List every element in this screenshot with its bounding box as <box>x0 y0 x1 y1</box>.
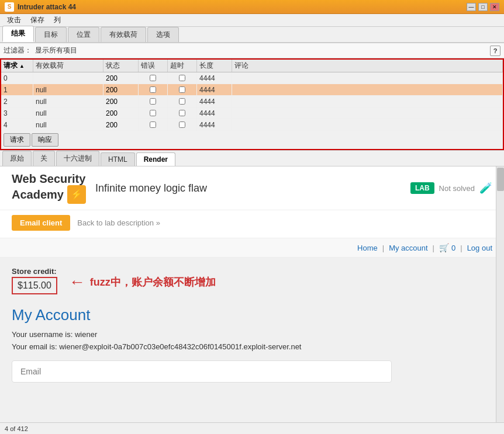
filter-bar: 过滤器： 显示所有项目 ? <box>0 43 504 58</box>
maximize-button[interactable]: □ <box>478 3 488 11</box>
cell-timeout-2 <box>168 96 197 107</box>
table-row[interactable]: 1 null 200 4444 <box>1 84 503 96</box>
cell-id-2: 2 <box>1 96 33 107</box>
table-row[interactable]: 3 null 200 4444 <box>1 107 503 119</box>
nav-logout-link[interactable]: Log out <box>467 244 492 252</box>
filter-label: 过滤器： <box>4 46 32 55</box>
table-body: 0 200 4444 1 null 200 4444 2 null 2 <box>1 72 503 131</box>
cell-length-2: 4444 <box>197 96 232 107</box>
title-bar: S Intruder attack 44 — □ ✕ <box>0 0 504 14</box>
store-credit-label: Store credit: <box>12 267 57 276</box>
tab-hex[interactable]: 十六进制 <box>56 151 99 166</box>
timeout-checkbox-3[interactable] <box>179 110 185 116</box>
results-container: 请求 ▲ 有效载荷 状态 错误 超时 长度 评论 0 200 4444 1 <box>0 58 504 150</box>
filter-help-button[interactable]: ? <box>490 46 500 56</box>
col-header-error[interactable]: 错误 <box>139 60 168 72</box>
request-button[interactable]: 请求 <box>4 133 30 147</box>
cell-length-1: 4444 <box>197 84 232 95</box>
scrollbar-thumb[interactable] <box>497 168 504 191</box>
cell-length-4: 4444 <box>197 119 232 130</box>
flask-icon: 🧪 <box>479 182 492 195</box>
cell-status-0: 200 <box>103 72 139 84</box>
cell-error-2 <box>139 96 168 107</box>
col-header-status[interactable]: 状态 <box>103 60 139 72</box>
my-account-title: My Account <box>12 306 492 324</box>
cart-area[interactable]: 🛒 0 <box>439 243 455 252</box>
cell-error-3 <box>139 107 168 119</box>
cart-count: 0 <box>451 244 455 252</box>
table-row[interactable]: 4 null 200 4444 <box>1 119 503 131</box>
timeout-checkbox-1[interactable] <box>179 86 185 93</box>
cell-comment-0 <box>232 72 503 84</box>
cell-id-1: 1 <box>1 84 33 95</box>
tab-target[interactable]: 目标 <box>35 27 67 42</box>
webpage-nav: Home | My account | 🛒 0 | Log out <box>0 238 504 258</box>
tab-payload[interactable]: 有效载荷 <box>101 27 146 42</box>
cell-timeout-1 <box>168 84 197 95</box>
response-button[interactable]: 响应 <box>32 133 58 147</box>
annotation-text: fuzz中，账户余额不断增加 <box>90 275 216 289</box>
cell-comment-1 <box>232 84 503 95</box>
menu-attack[interactable]: 攻击 <box>2 14 26 26</box>
window-controls: — □ ✕ <box>467 3 499 11</box>
menu-columns[interactable]: 列 <box>49 14 65 26</box>
col-header-timeout[interactable]: 超时 <box>168 60 197 72</box>
bottom-tab-bar: 原始 关 十六进制 HTML Render <box>0 150 504 166</box>
email-client-button[interactable]: Email client <box>12 215 70 231</box>
col-header-comment[interactable]: 评论 <box>232 60 503 72</box>
store-credit-box: Store credit: $115.00 <box>12 267 57 294</box>
menu-bar: 攻击 保存 列 <box>0 14 504 27</box>
error-checkbox-0[interactable] <box>150 75 156 81</box>
action-btn-bar: 请求 响应 <box>1 131 503 149</box>
cell-id-4: 4 <box>1 119 33 130</box>
arrow-annotation: ← fuzz中，账户余额不断增加 <box>69 273 216 291</box>
error-checkbox-3[interactable] <box>150 110 156 116</box>
lab-badge-area: LAB Not solved 🧪 <box>410 182 492 195</box>
col-header-payload[interactable]: 有效载荷 <box>33 60 103 72</box>
minimize-button[interactable]: — <box>467 3 476 11</box>
tab-raw[interactable]: 原始 <box>2 151 32 166</box>
action-row: Email client Back to lab description » <box>0 210 504 238</box>
menu-save[interactable]: 保存 <box>26 14 49 26</box>
tab-html[interactable]: HTML <box>101 152 135 166</box>
app-icon: S <box>5 2 14 12</box>
error-checkbox-1[interactable] <box>150 86 156 93</box>
sort-arrow-icon: ▲ <box>19 63 25 69</box>
cell-error-4 <box>139 119 168 130</box>
cell-payload-4: null <box>33 119 103 130</box>
table-row[interactable]: 0 200 4444 <box>1 72 503 84</box>
nav-home-link[interactable]: Home <box>357 244 378 252</box>
cell-comment-4 <box>232 119 503 130</box>
back-link[interactable]: Back to lab description » <box>77 218 160 227</box>
tab-position[interactable]: 位置 <box>68 27 99 42</box>
tab-close[interactable]: 关 <box>33 151 55 166</box>
cell-comment-3 <box>232 107 503 119</box>
cell-error-0 <box>139 72 168 84</box>
tab-options[interactable]: 选项 <box>147 27 179 42</box>
email-input[interactable] <box>12 360 392 383</box>
title-bar-left: S Intruder attack 44 <box>5 2 76 12</box>
cell-status-3: 200 <box>103 107 139 119</box>
tab-render[interactable]: Render <box>136 152 175 166</box>
store-credit-section: Store credit: $115.00 ← fuzz中，账户余额不断增加 <box>12 267 492 294</box>
cell-payload-2: null <box>33 96 103 107</box>
lab-title: Infinite money logic flaw <box>95 182 401 195</box>
cell-length-0: 4444 <box>197 72 232 84</box>
table-row[interactable]: 2 null 200 4444 <box>1 96 503 107</box>
scrollbar[interactable] <box>496 166 504 434</box>
close-button[interactable]: ✕ <box>490 3 499 11</box>
tab-results[interactable]: 结果 <box>2 26 34 42</box>
webpage-body: Store credit: $115.00 ← fuzz中，账户余额不断增加 M… <box>0 258 504 392</box>
col-header-request[interactable]: 请求 ▲ <box>1 60 33 72</box>
cell-status-1: 200 <box>103 84 139 95</box>
timeout-checkbox-4[interactable] <box>179 121 185 128</box>
cell-timeout-0 <box>168 72 197 84</box>
nav-account-link[interactable]: My account <box>389 244 427 252</box>
cell-payload-1: null <box>33 84 103 95</box>
timeout-checkbox-2[interactable] <box>179 98 185 105</box>
error-checkbox-4[interactable] <box>150 121 156 128</box>
error-checkbox-2[interactable] <box>150 98 156 105</box>
col-header-length[interactable]: 长度 <box>197 60 232 72</box>
wsa-logo-icon: ⚡ <box>67 185 86 204</box>
timeout-checkbox-0[interactable] <box>179 75 185 81</box>
